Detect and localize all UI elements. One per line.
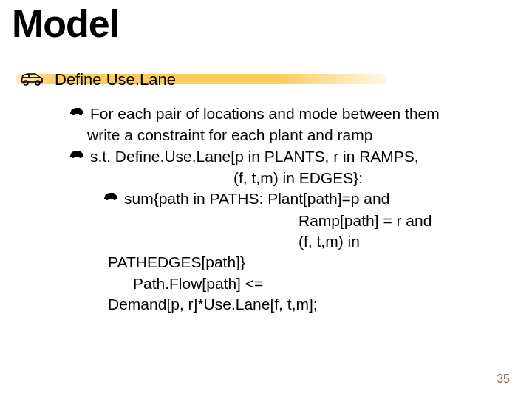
- svg-point-9: [113, 197, 116, 200]
- svg-point-4: [72, 112, 75, 115]
- bullet-level-2-item-2: s.t. Define.Use.Lane[p in PLANTS, r in R…: [69, 146, 513, 167]
- svg-point-8: [106, 197, 109, 200]
- bullet-level-1: Define Use.Lane: [19, 68, 176, 92]
- slide-title: Model: [12, 1, 119, 46]
- slide: Model Define Use.Lane: [0, 0, 532, 399]
- body-text: Ramp[path] = r and: [69, 211, 513, 231]
- bullet-level-2-item-1: For each pair of locations and mode betw…: [69, 103, 513, 124]
- page-number: 35: [497, 372, 510, 386]
- car-solid-icon: [69, 106, 84, 120]
- car-outline-icon: [19, 69, 44, 92]
- car-solid-icon: [103, 191, 118, 205]
- body-text: For each pair of locations and mode betw…: [90, 103, 440, 124]
- body-content: For each pair of locations and mode betw…: [69, 103, 513, 315]
- svg-point-7: [79, 155, 82, 158]
- body-text: (f, t,m) in: [69, 231, 513, 252]
- svg-point-0: [24, 81, 28, 85]
- body-text: (f, t,m) in EDGES}:: [69, 168, 513, 188]
- bullet-level-1-text: Define Use.Lane: [55, 68, 176, 89]
- body-text: Path.Flow[path] <=: [69, 273, 513, 294]
- car-solid-icon: [69, 149, 84, 163]
- svg-point-1: [35, 81, 40, 85]
- body-text: PATHEDGES[path]}: [69, 252, 513, 273]
- body-text: sum{path in PATHS: Plant[path]=p and: [124, 188, 389, 209]
- bullet-level-3-item-1: sum{path in PATHS: Plant[path]=p and: [69, 188, 513, 209]
- body-text: write a constraint for each plant and ra…: [69, 125, 513, 146]
- body-text: Demand[p, r]*Use.Lane[f, t,m];: [69, 294, 513, 315]
- svg-point-5: [79, 112, 82, 115]
- svg-point-6: [72, 155, 75, 158]
- body-text: s.t. Define.Use.Lane[p in PLANTS, r in R…: [90, 146, 419, 167]
